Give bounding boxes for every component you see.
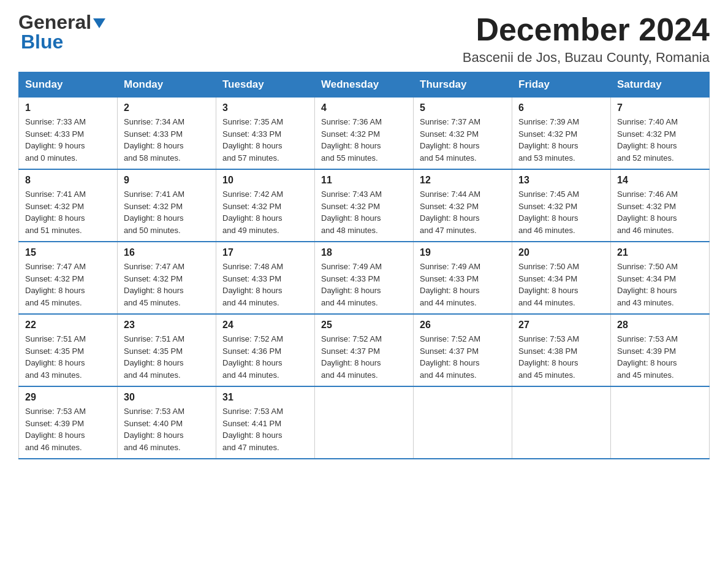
- day-info: Sunrise: 7:33 AMSunset: 4:33 PMDaylight:…: [25, 116, 111, 164]
- day-info: Sunrise: 7:53 AMSunset: 4:39 PMDaylight:…: [617, 333, 703, 381]
- day-number: 11: [321, 175, 407, 186]
- calendar-cell: [315, 386, 414, 459]
- calendar-cell: 22 Sunrise: 7:51 AMSunset: 4:35 PMDaylig…: [19, 314, 118, 386]
- calendar-cell: 18 Sunrise: 7:49 AMSunset: 4:33 PMDaylig…: [315, 242, 414, 314]
- day-number: 8: [25, 175, 111, 186]
- day-info: Sunrise: 7:53 AMSunset: 4:40 PMDaylight:…: [124, 405, 210, 453]
- calendar-cell: 20 Sunrise: 7:50 AMSunset: 4:34 PMDaylig…: [512, 242, 611, 314]
- calendar-cell: 7 Sunrise: 7:40 AMSunset: 4:32 PMDayligh…: [611, 98, 710, 170]
- day-info: Sunrise: 7:52 AMSunset: 4:37 PMDaylight:…: [321, 333, 407, 381]
- calendar-cell: 30 Sunrise: 7:53 AMSunset: 4:40 PMDaylig…: [118, 386, 216, 459]
- day-info: Sunrise: 7:53 AMSunset: 4:39 PMDaylight:…: [25, 405, 111, 453]
- day-number: 14: [617, 175, 703, 186]
- day-number: 2: [124, 102, 210, 113]
- calendar-cell: 3 Sunrise: 7:35 AMSunset: 4:33 PMDayligh…: [216, 98, 315, 170]
- calendar-cell: 21 Sunrise: 7:50 AMSunset: 4:34 PMDaylig…: [611, 242, 710, 314]
- calendar-cell: 29 Sunrise: 7:53 AMSunset: 4:39 PMDaylig…: [19, 386, 118, 459]
- day-number: 29: [25, 392, 111, 403]
- day-info: Sunrise: 7:41 AMSunset: 4:32 PMDaylight:…: [25, 188, 111, 236]
- day-number: 19: [420, 247, 506, 258]
- day-number: 13: [518, 175, 604, 186]
- day-number: 17: [222, 247, 308, 258]
- day-number: 23: [124, 320, 210, 331]
- calendar-cell: 8 Sunrise: 7:41 AMSunset: 4:32 PMDayligh…: [19, 169, 118, 242]
- calendar-cell: 25 Sunrise: 7:52 AMSunset: 4:37 PMDaylig…: [315, 314, 414, 386]
- day-info: Sunrise: 7:47 AMSunset: 4:32 PMDaylight:…: [124, 261, 210, 308]
- day-info: Sunrise: 7:36 AMSunset: 4:32 PMDaylight:…: [321, 116, 407, 164]
- calendar-header-row: SundayMondayTuesdayWednesdayThursdayFrid…: [19, 72, 710, 98]
- day-info: Sunrise: 7:37 AMSunset: 4:32 PMDaylight:…: [420, 116, 506, 164]
- calendar-cell: 15 Sunrise: 7:47 AMSunset: 4:32 PMDaylig…: [19, 242, 118, 314]
- calendar-cell: 6 Sunrise: 7:39 AMSunset: 4:32 PMDayligh…: [512, 98, 611, 170]
- day-info: Sunrise: 7:52 AMSunset: 4:36 PMDaylight:…: [222, 333, 308, 381]
- calendar-week-row: 8 Sunrise: 7:41 AMSunset: 4:32 PMDayligh…: [19, 169, 710, 242]
- day-number: 24: [222, 320, 308, 331]
- calendar-table: SundayMondayTuesdayWednesdayThursdayFrid…: [18, 72, 710, 459]
- calendar-cell: 4 Sunrise: 7:36 AMSunset: 4:32 PMDayligh…: [315, 98, 414, 170]
- logo-general: General: [18, 12, 105, 32]
- day-number: 15: [25, 247, 111, 258]
- logo-triangle-icon: [93, 18, 105, 28]
- calendar-cell: 11 Sunrise: 7:43 AMSunset: 4:32 PMDaylig…: [315, 169, 414, 242]
- logo: General Blue: [18, 12, 105, 52]
- day-number: 7: [617, 102, 703, 113]
- day-number: 25: [321, 320, 407, 331]
- calendar-cell: 1 Sunrise: 7:33 AMSunset: 4:33 PMDayligh…: [19, 98, 118, 170]
- calendar-week-row: 1 Sunrise: 7:33 AMSunset: 4:33 PMDayligh…: [19, 98, 710, 170]
- day-info: Sunrise: 7:46 AMSunset: 4:32 PMDaylight:…: [617, 188, 703, 236]
- header-tuesday: Tuesday: [216, 72, 315, 98]
- header-monday: Monday: [118, 72, 216, 98]
- header-friday: Friday: [512, 72, 611, 98]
- day-info: Sunrise: 7:45 AMSunset: 4:32 PMDaylight:…: [518, 188, 604, 236]
- day-info: Sunrise: 7:51 AMSunset: 4:35 PMDaylight:…: [124, 333, 210, 381]
- day-number: 21: [617, 247, 703, 258]
- day-number: 20: [518, 247, 604, 258]
- calendar-cell: 17 Sunrise: 7:48 AMSunset: 4:33 PMDaylig…: [216, 242, 315, 314]
- calendar-cell: [512, 386, 611, 459]
- day-info: Sunrise: 7:50 AMSunset: 4:34 PMDaylight:…: [617, 261, 703, 308]
- calendar-cell: 5 Sunrise: 7:37 AMSunset: 4:32 PMDayligh…: [414, 98, 512, 170]
- day-number: 16: [124, 247, 210, 258]
- calendar-week-row: 29 Sunrise: 7:53 AMSunset: 4:39 PMDaylig…: [19, 386, 710, 459]
- calendar-cell: 14 Sunrise: 7:46 AMSunset: 4:32 PMDaylig…: [611, 169, 710, 242]
- calendar-cell: 24 Sunrise: 7:52 AMSunset: 4:36 PMDaylig…: [216, 314, 315, 386]
- day-number: 30: [124, 392, 210, 403]
- day-info: Sunrise: 7:48 AMSunset: 4:33 PMDaylight:…: [222, 261, 308, 308]
- title-block: December 2024 Bascenii de Jos, Buzau Cou…: [463, 12, 710, 66]
- day-number: 1: [25, 102, 111, 113]
- calendar-cell: 10 Sunrise: 7:42 AMSunset: 4:32 PMDaylig…: [216, 169, 315, 242]
- day-number: 27: [518, 320, 604, 331]
- calendar-cell: 13 Sunrise: 7:45 AMSunset: 4:32 PMDaylig…: [512, 169, 611, 242]
- calendar-week-row: 22 Sunrise: 7:51 AMSunset: 4:35 PMDaylig…: [19, 314, 710, 386]
- day-number: 22: [25, 320, 111, 331]
- calendar-cell: 9 Sunrise: 7:41 AMSunset: 4:32 PMDayligh…: [118, 169, 216, 242]
- day-info: Sunrise: 7:49 AMSunset: 4:33 PMDaylight:…: [420, 261, 506, 308]
- header-wednesday: Wednesday: [315, 72, 414, 98]
- day-info: Sunrise: 7:53 AMSunset: 4:38 PMDaylight:…: [518, 333, 604, 381]
- location-subtitle: Bascenii de Jos, Buzau County, Romania: [463, 50, 710, 66]
- day-number: 4: [321, 102, 407, 113]
- header-sunday: Sunday: [19, 72, 118, 98]
- day-info: Sunrise: 7:41 AMSunset: 4:32 PMDaylight:…: [124, 188, 210, 236]
- calendar-cell: 31 Sunrise: 7:53 AMSunset: 4:41 PMDaylig…: [216, 386, 315, 459]
- day-info: Sunrise: 7:53 AMSunset: 4:41 PMDaylight:…: [222, 405, 308, 453]
- day-info: Sunrise: 7:40 AMSunset: 4:32 PMDaylight:…: [617, 116, 703, 164]
- day-info: Sunrise: 7:35 AMSunset: 4:33 PMDaylight:…: [222, 116, 308, 164]
- calendar-cell: 27 Sunrise: 7:53 AMSunset: 4:38 PMDaylig…: [512, 314, 611, 386]
- logo-blue: Blue: [18, 32, 63, 52]
- day-number: 26: [420, 320, 506, 331]
- calendar-cell: [414, 386, 512, 459]
- calendar-cell: 28 Sunrise: 7:53 AMSunset: 4:39 PMDaylig…: [611, 314, 710, 386]
- day-info: Sunrise: 7:42 AMSunset: 4:32 PMDaylight:…: [222, 188, 308, 236]
- page-header: General Blue December 2024 Bascenii de J…: [18, 12, 710, 66]
- day-info: Sunrise: 7:34 AMSunset: 4:33 PMDaylight:…: [124, 116, 210, 164]
- month-year-title: December 2024: [463, 12, 710, 47]
- day-info: Sunrise: 7:39 AMSunset: 4:32 PMDaylight:…: [518, 116, 604, 164]
- calendar-cell: 23 Sunrise: 7:51 AMSunset: 4:35 PMDaylig…: [118, 314, 216, 386]
- calendar-cell: 26 Sunrise: 7:52 AMSunset: 4:37 PMDaylig…: [414, 314, 512, 386]
- day-number: 9: [124, 175, 210, 186]
- day-number: 3: [222, 102, 308, 113]
- calendar-cell: [611, 386, 710, 459]
- calendar-cell: 16 Sunrise: 7:47 AMSunset: 4:32 PMDaylig…: [118, 242, 216, 314]
- calendar-cell: 2 Sunrise: 7:34 AMSunset: 4:33 PMDayligh…: [118, 98, 216, 170]
